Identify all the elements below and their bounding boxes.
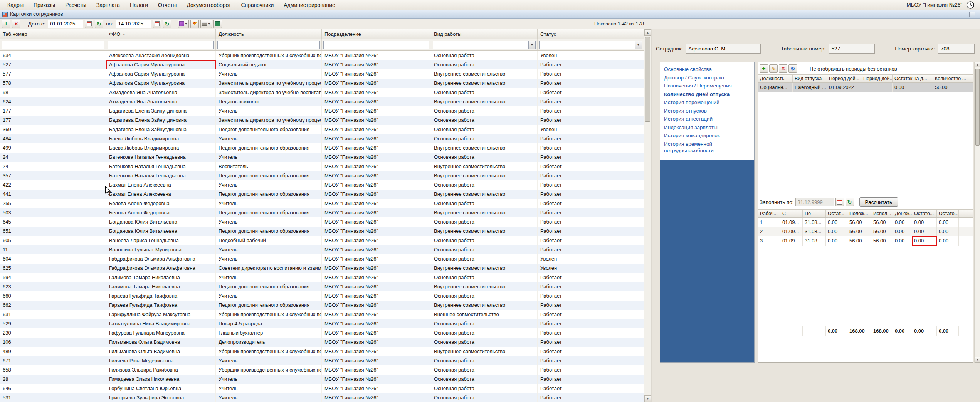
export-button[interactable] [213,20,222,28]
column-header-fio[interactable]: ФИО▲ [106,29,216,39]
scrollbar-thumb[interactable] [975,69,980,146]
nav-item[interactable]: История отпусков [664,107,750,115]
filter-status-input[interactable] [539,41,635,49]
filter-department-input[interactable] [323,41,429,49]
employee-row[interactable]: 662 Гараева Гульфида Таифовна Педагог до… [0,301,644,310]
date-to-reset-button[interactable]: ↻ [163,20,171,28]
nav-item[interactable]: Основные свойства [664,65,750,74]
nav-item[interactable]: История перемещений [664,98,750,107]
filter-work-type-input[interactable] [433,41,529,49]
employee-row[interactable]: 177 Бадагиева Елена Зайнутдиновна Замест… [0,116,644,125]
menu-item[interactable]: Зарплата [91,1,125,9]
edit-period-button[interactable]: ✎ [769,64,778,73]
card-panel-scrollbar[interactable]: ▲ ▼ [974,62,980,363]
column-header-vacation-type[interactable]: Вид отпуска [793,75,827,82]
date-to-input[interactable] [116,20,151,28]
employee-row[interactable]: 634 Алексеева Анастасия Леонидовна Уборщ… [0,51,644,60]
menu-item[interactable]: Документооборот [182,1,236,9]
scroll-up-icon[interactable]: ▲ [644,29,651,36]
column-header-money[interactable]: Денеж... [893,210,912,217]
employee-row[interactable]: 106 Гильманова Ольга Вадимовна Делопроиз… [0,338,644,347]
column-header-used[interactable]: Испол... [871,210,893,217]
employee-row[interactable]: 484 Баева Любовь Владимировна Учитель МБ… [0,134,644,143]
column-header-status[interactable]: Статус [538,29,644,39]
scroll-down-icon[interactable]: ▼ [975,357,980,363]
employee-row[interactable]: 660 Гараева Гульфида Таифовна Учитель МБ… [0,291,644,301]
chevron-down-icon[interactable]: ▼ [529,41,536,49]
card-number-field[interactable] [938,44,975,54]
employee-row[interactable]: 24 Батенкова Наталья Геннадьевна Учитель… [0,153,644,162]
fill-by-date-input[interactable] [795,198,834,206]
collapse-panel-icon[interactable] [969,12,975,17]
column-header-work-year[interactable]: Рабоч... [758,210,780,217]
fill-by-calendar-button[interactable] [835,198,844,206]
view-settings-button[interactable]: ▼ [178,20,189,28]
refresh-periods-button[interactable]: ↻ [788,64,797,73]
employee-row[interactable]: 28 Гимадеева Эльза Николаевна Учитель МБ… [0,375,644,384]
date-to-calendar-button[interactable] [153,20,161,28]
column-header-days-count[interactable]: Количество ... [933,75,973,82]
menu-item[interactable]: Администрирование [279,1,340,9]
column-header-position[interactable]: Должность [758,75,793,82]
employee-row[interactable]: 624 Ахмадеева Яна Анатольевна Педагог-пс… [0,97,644,106]
column-header-department[interactable]: Подразделение [322,29,431,39]
column-header-from[interactable]: С [780,210,803,217]
column-header-remainder-2[interactable]: Остато... [937,210,959,217]
nav-item[interactable]: История временной нетрудоспособности [664,140,750,155]
employee-row[interactable]: 658 Гилязова Эльвира Ракибовна Уборщик п… [0,365,644,375]
nav-item[interactable]: Договор / Служ. контракт [664,74,750,82]
column-header-entitled[interactable]: Полож... [847,210,871,217]
employee-table-scrollbar[interactable]: ▲ ▼ [644,29,651,402]
clear-filter-button[interactable]: ✕ [190,20,199,28]
clock-icon[interactable] [966,1,975,9]
employee-row[interactable]: 24 Батенкова Наталья Геннадьевна Воспита… [0,162,644,171]
nav-item[interactable]: Назначения / Перемещения [664,82,750,90]
filter-fio-input[interactable] [108,41,214,49]
calculate-button[interactable]: Рассчитать [859,197,898,207]
add-period-button[interactable]: + [760,64,768,73]
employee-row[interactable]: 578 Афзалова Сария Муллануровна Заместит… [0,79,644,88]
employee-row[interactable]: 604 Габдрафикова Эльмира Альфатовна Учит… [0,254,644,264]
employee-row[interactable]: 623 Галимова Тамара Николаевна Педагог д… [0,282,644,291]
column-header-period-end[interactable]: Период дей... [861,75,893,82]
employee-row[interactable]: 441 Бахмат Елена Алексеевна Педагог допо… [0,190,644,199]
employee-row[interactable]: 594 Галимова Тамара Николаевна Учитель М… [0,273,644,282]
date-from-input[interactable] [48,20,83,28]
employee-row[interactable]: 255 Белова Алена Федоровна Учитель МБОУ … [0,199,644,208]
menu-item[interactable]: Отчеты [153,1,182,9]
delete-button[interactable]: ✕ [12,20,20,28]
column-header-tab-number[interactable]: Таб.номер [0,29,106,39]
vacation-row[interactable]: Социальн... Ежегодный ... 01.09.2022 0.0… [758,83,973,92]
nav-item[interactable]: Количество дней отпуска [664,90,750,99]
column-header-to[interactable]: По [803,210,826,217]
column-header-period-start[interactable]: Период дей... [827,75,861,82]
nav-item[interactable]: История аттестаций [664,115,750,123]
employee-row[interactable]: 527 Афзалова Сария Муллануровна Социальн… [0,60,644,69]
tab-number-field[interactable] [829,44,875,54]
employee-row[interactable]: 605 Ванеева Лариса Геннадьевна Подсобный… [0,236,644,245]
scrollbar-thumb[interactable] [645,37,650,122]
filter-position-input[interactable] [217,41,320,49]
employee-row[interactable]: 369 Бадагиева Елена Зайнутдиновна Педаго… [0,125,644,134]
employee-row[interactable]: 646 Горбушина Светлана Юрьевна Учитель М… [0,384,644,393]
employee-row[interactable]: 625 Габдрафикова Эльмира Альфатовна Сове… [0,264,644,273]
scroll-down-icon[interactable]: ▼ [644,395,651,402]
employee-row[interactable]: 230 Гафурова Гульнара Мансуровна Главный… [0,328,644,338]
scroll-up-icon[interactable]: ▲ [975,62,980,67]
employee-row[interactable]: 531 Григорьева Зульфира Энэсовна Учитель… [0,393,644,402]
period-row[interactable]: 1 01.09... 31.08... 0.00 56.00 56.00 0.0… [758,218,973,227]
menu-item[interactable]: Кадры [2,1,29,9]
column-header-remainder-1[interactable]: Остато... [912,210,937,217]
hide-empty-checkbox[interactable] [802,66,807,71]
date-from-reset-button[interactable]: ↻ [95,20,103,28]
column-header-position[interactable]: Должность [216,29,322,39]
employee-row[interactable]: 577 Афзалова Сария Муллануровна Учитель … [0,69,644,79]
employee-row[interactable]: 529 Гатиатуллина Нина Владимировна Повар… [0,319,644,328]
menu-item[interactable]: Справочники [236,1,279,9]
column-header-balance[interactable]: Остаток на д... [893,75,933,82]
employee-row[interactable]: 489 Гильманова Ольга Вадимовна Уборщик п… [0,347,644,356]
employee-row[interactable]: 645 Богданова Юлия Витальевна Учитель МБ… [0,217,644,227]
employee-row[interactable]: 671 Гиляева Роза Медерисовна Учитель МБО… [0,356,644,365]
menu-item[interactable]: Налоги [125,1,153,9]
employee-row[interactable]: 11 Волошина Гульшат Мунировна Учитель МБ… [0,245,644,254]
